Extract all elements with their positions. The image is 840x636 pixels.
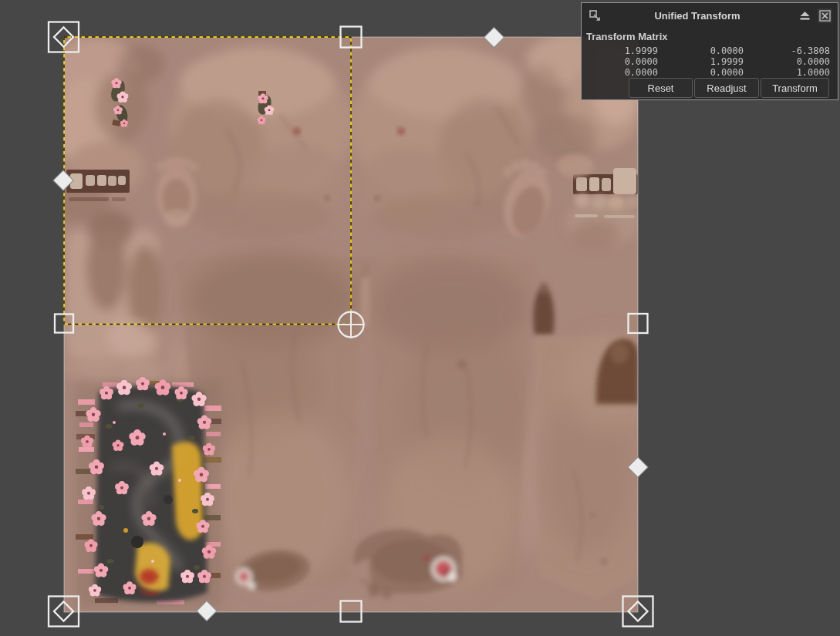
unified-transform-icon <box>587 8 602 23</box>
matrix-cell: -6.3808 <box>744 45 830 56</box>
gimp-canvas-window: { "dialog": { "title": "Unified Transfor… <box>0 0 840 636</box>
matrix-cell: 1.9999 <box>586 45 658 56</box>
layer-boundary-dashes <box>64 37 351 325</box>
dialog-header[interactable]: Unified Transform <box>582 3 838 28</box>
readjust-button[interactable]: Readjust <box>694 78 759 98</box>
matrix-cell: 0.0000 <box>658 45 744 56</box>
reset-button[interactable]: Reset <box>629 78 693 98</box>
matrix-cell: 0.0000 <box>658 67 744 78</box>
matrix-cell: 1.9999 <box>658 56 744 67</box>
pivot-handle[interactable] <box>338 311 365 338</box>
matrix-cell: 0.0000 <box>586 67 658 78</box>
shear-handle-right[interactable] <box>628 457 648 477</box>
shear-handle-bottom[interactable] <box>197 601 217 621</box>
matrix-cell: 1.0000 <box>744 67 830 78</box>
matrix-cell: 0.0000 <box>744 56 830 67</box>
unified-transform-dialog: Unified Transform Transform Matrix 1.999… <box>581 2 838 100</box>
transform-button[interactable]: Transform <box>761 78 829 98</box>
transform-matrix-label: Transform Matrix <box>586 31 667 42</box>
shear-handle-top[interactable] <box>484 27 504 47</box>
transform-matrix-grid: 1.9999 0.0000 -6.3808 0.0000 1.9999 0.00… <box>586 45 830 78</box>
dialog-button-row: Reset Readjust Transform <box>629 78 829 98</box>
close-icon[interactable] <box>817 8 832 23</box>
shear-handle-left[interactable] <box>53 170 73 190</box>
dialog-title: Unified Transform <box>602 10 792 22</box>
eject-icon[interactable] <box>797 8 812 23</box>
scale-handle-bottom[interactable] <box>341 601 362 622</box>
matrix-cell: 0.0000 <box>586 56 658 67</box>
